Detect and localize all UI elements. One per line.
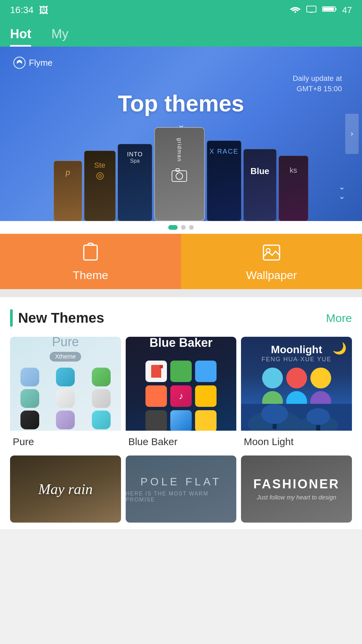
- pure-badge: Xtheme: [50, 352, 81, 362]
- svg-point-0: [295, 11, 296, 13]
- more-button[interactable]: More: [326, 312, 352, 325]
- theme-grid: Pure Xtheme Pure: [10, 337, 352, 523]
- svg-rect-1: [307, 6, 316, 12]
- pure-title: Pure: [52, 337, 79, 349]
- time-display: 16:34: [10, 5, 34, 15]
- may-rain-text: May rain: [38, 481, 93, 498]
- dot-3[interactable]: [189, 225, 194, 230]
- svg-point-9: [176, 173, 183, 179]
- bb-icon-8: [170, 410, 192, 431]
- pure-icon-7: [20, 411, 39, 429]
- pure-label: Pure: [10, 431, 121, 451]
- wallpaper-button[interactable]: Wallpaper: [181, 234, 362, 289]
- moon-title: Moonlight: [271, 343, 322, 356]
- phone-preview-1: p: [54, 161, 82, 221]
- fashioner-text: FASHIONER: [253, 477, 340, 491]
- blue-baker-label: Blue Baker: [126, 431, 237, 451]
- moon-icon-1: [262, 368, 283, 388]
- moon-icon-row-1: [262, 368, 331, 388]
- pure-icon-2: [56, 368, 75, 386]
- section-header: New Themes More: [10, 309, 352, 327]
- wallpaper-button-label: Wallpaper: [246, 269, 297, 282]
- gallery-icon: 🖼: [39, 5, 48, 16]
- flyme-text: Flyme: [29, 58, 53, 68]
- theme-card-moon-light[interactable]: 🌙 Moonlight FENG HUA·XUE YUE: [241, 337, 352, 451]
- section-title-wrap: New Themes: [10, 309, 104, 327]
- svg-rect-11: [84, 245, 97, 260]
- bb-title: Blue Baker: [149, 337, 213, 350]
- banner-more-arrows: ⌄⌄: [339, 182, 345, 201]
- flyme-logo-icon: [13, 57, 25, 69]
- flyme-logo: Flyme: [13, 57, 53, 69]
- pole-flat-sub: HERE IS THE MOST WARM PROMISE: [126, 491, 237, 503]
- tab-my[interactable]: My: [51, 20, 68, 47]
- pure-icon-6: [92, 389, 111, 408]
- svg-point-16: [261, 404, 288, 424]
- phone-preview-3: INTO Spa: [118, 144, 152, 221]
- banner-nav-right[interactable]: ›: [345, 114, 359, 154]
- pure-icon-3: [92, 368, 111, 386]
- bb-icon-1: [145, 361, 167, 382]
- dot-2[interactable]: [181, 225, 186, 230]
- wallpaper-icon: [260, 241, 283, 264]
- screen-icon: [306, 5, 317, 15]
- moon-subtitle: FENG HUA·XUE YUE: [261, 356, 331, 363]
- tab-bar: Hot My: [0, 20, 362, 47]
- pure-icon-9: [92, 411, 111, 429]
- theme-button-label: Theme: [73, 269, 108, 282]
- banner-title: Top themes: [118, 90, 244, 116]
- wifi-icon: [290, 5, 301, 15]
- pole-flat-text: POLE FLAT: [140, 476, 222, 488]
- phone-preview-6: Blue: [243, 149, 277, 221]
- new-themes-section: New Themes More Pure Xtheme: [0, 297, 362, 529]
- dot-1[interactable]: [168, 225, 178, 230]
- bb-icon-7: [145, 410, 167, 431]
- theme-card-pure[interactable]: Pure Xtheme Pure: [10, 337, 121, 451]
- moon-light-label: Moon Light: [241, 431, 352, 451]
- quick-actions: Theme Wallpaper: [0, 234, 362, 289]
- svg-point-19: [307, 408, 330, 425]
- battery-icon: [322, 5, 337, 15]
- tab-hot[interactable]: Hot: [10, 20, 31, 47]
- banner-update-text: Daily update atGMT+8 15:00: [293, 73, 342, 94]
- svg-rect-7: [323, 7, 334, 11]
- bb-icon-9: [195, 410, 217, 431]
- banner-phone-previews: p Ste ◎ INTO Spa gridman: [54, 114, 308, 221]
- theme-icon: [79, 241, 102, 264]
- bb-icon-grid: ♪: [145, 361, 217, 431]
- theme-button[interactable]: Theme: [0, 234, 181, 289]
- pure-icon-5: [56, 389, 75, 408]
- moon-icon-3: [310, 368, 331, 388]
- theme-card-blue-baker[interactable]: Blue Baker ♪: [126, 337, 237, 451]
- theme-card-pole-flat[interactable]: POLE FLAT HERE IS THE MOST WARM PROMISE: [126, 455, 237, 523]
- slider-dots: [0, 221, 362, 234]
- section-gap: [0, 289, 362, 297]
- phone-preview-7: ks: [279, 156, 308, 221]
- section-title-bar: [10, 309, 13, 327]
- pure-icon-grid: [10, 364, 121, 431]
- battery-percent: 47: [342, 5, 352, 15]
- fashioner-sub: Just follow my heart to design: [257, 494, 336, 501]
- phone-preview-5: X RACE: [207, 141, 241, 221]
- svg-rect-8: [172, 171, 187, 181]
- bb-icon-5: ♪: [170, 385, 192, 407]
- bb-icon-4: [145, 385, 167, 407]
- moon-crescent: 🌙: [333, 341, 347, 355]
- pure-icon-4: [20, 389, 39, 408]
- moon-tree-area: [241, 404, 352, 431]
- pure-icon-1: [20, 368, 39, 386]
- phone-preview-2: Ste ◎: [84, 151, 116, 221]
- phone-preview-main: gridman: [154, 127, 204, 221]
- top-themes-banner: Flyme Top themes ⌄ Daily update atGMT+8 …: [0, 47, 362, 221]
- pure-icon-8: [56, 411, 75, 429]
- status-bar: 16:34 🖼 47: [0, 0, 362, 20]
- bb-icon-3: [195, 361, 217, 382]
- bb-icon-2: [170, 361, 192, 382]
- theme-card-fashioner[interactable]: FASHIONER Just follow my heart to design: [241, 455, 352, 523]
- theme-card-may-rain[interactable]: May rain: [10, 455, 121, 523]
- banner-container: Flyme Top themes ⌄ Daily update atGMT+8 …: [0, 47, 362, 234]
- section-title: New Themes: [18, 310, 104, 326]
- moon-icon-2: [286, 368, 307, 388]
- bb-icon-6: [195, 385, 217, 407]
